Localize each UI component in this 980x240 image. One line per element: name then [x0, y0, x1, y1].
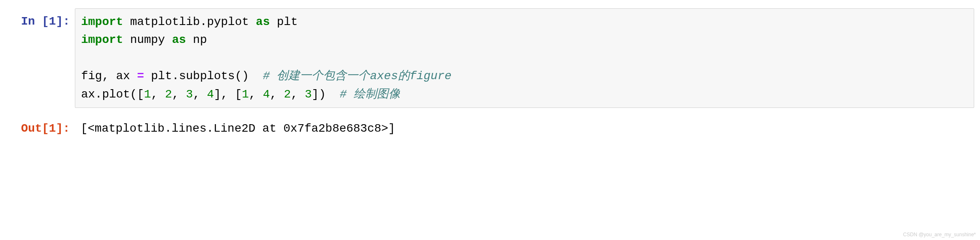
number: 4	[207, 88, 214, 101]
code-text: matplotlib.pyplot	[123, 15, 256, 28]
code-text: plt.subplots()	[144, 70, 263, 82]
code-text: numpy	[123, 33, 172, 46]
keyword-import: import	[81, 33, 123, 46]
code-text: ,	[151, 88, 165, 101]
keyword-import: import	[81, 15, 123, 28]
output-cell: Out[1]: [<matplotlib.lines.Line2D at 0x7…	[0, 120, 980, 138]
output-area: [<matplotlib.lines.Line2D at 0x7fa2b8e68…	[75, 120, 980, 138]
number: 2	[165, 88, 172, 101]
input-cell: In [1]: import matplotlib.pyplot as plt …	[0, 8, 980, 108]
number: 3	[186, 88, 193, 101]
code-editor[interactable]: import matplotlib.pyplot as plt import n…	[75, 8, 974, 108]
output-prompt: Out[1]:	[0, 120, 75, 138]
code-text: ,	[172, 88, 186, 101]
keyword-as: as	[256, 15, 270, 28]
number: 4	[263, 88, 270, 101]
code-text: fig, ax	[81, 70, 137, 82]
code-text: ,	[193, 88, 207, 101]
number: 1	[242, 88, 249, 101]
number: 2	[284, 88, 291, 101]
comment: # 绘制图像	[340, 88, 401, 101]
number: 1	[144, 88, 151, 101]
code-content: import matplotlib.pyplot as plt import n…	[81, 13, 968, 103]
comment: # 创建一个包含一个axes的figure	[263, 70, 452, 82]
number: 3	[305, 88, 312, 101]
code-text: np	[186, 33, 207, 46]
code-text: ], [	[214, 88, 242, 101]
code-text: ,	[270, 88, 284, 101]
code-text: ,	[291, 88, 305, 101]
input-prompt: In [1]:	[0, 8, 75, 30]
code-text: plt	[270, 15, 298, 28]
output-text: [<matplotlib.lines.Line2D at 0x7fa2b8e68…	[81, 120, 974, 138]
code-text: ax.plot([	[81, 88, 144, 101]
keyword-as: as	[172, 33, 186, 46]
operator: =	[137, 70, 144, 82]
code-text: ])	[312, 88, 340, 101]
code-text: ,	[249, 88, 263, 101]
